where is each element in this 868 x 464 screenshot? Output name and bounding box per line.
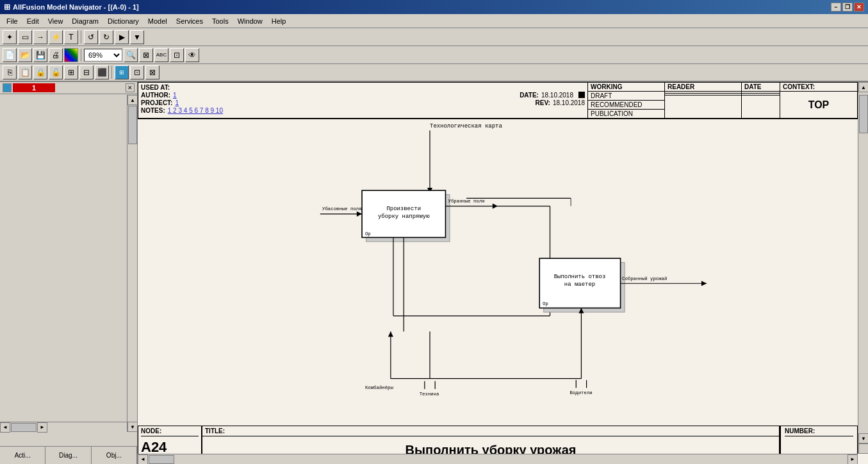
scroll-h-thumb[interactable] [11, 423, 37, 432]
left-horizontal-scrollbar[interactable]: ◄ ► [0, 422, 127, 432]
window-controls[interactable]: − ❒ ✕ [831, 3, 864, 12]
h-scroll-right[interactable]: ► [848, 454, 858, 465]
redo-tool[interactable]: ↻ [99, 30, 113, 44]
tab-objects[interactable]: Obj... [92, 447, 137, 464]
v-scroll-thumb[interactable] [859, 95, 868, 133]
extra-btn1[interactable]: ⊡ [130, 65, 144, 79]
menu-file[interactable]: File [3, 16, 22, 26]
menu-window[interactable]: Window [234, 16, 266, 26]
project-label: PROJECT: [141, 99, 172, 106]
menu-view[interactable]: View [44, 16, 67, 26]
notes-value: 1 2 3 4 5 6 7 8 9 10 [168, 107, 223, 114]
new-button[interactable]: 📄 [3, 48, 17, 62]
date-col-label: DATE [742, 83, 780, 92]
status-working: WORKING [588, 83, 664, 92]
save-button[interactable]: 💾 [33, 48, 47, 62]
print-button[interactable]: 🖨 [49, 48, 63, 62]
zoom-fit-button[interactable]: ⊠ [139, 48, 153, 62]
rectangle-tool[interactable]: ▭ [18, 30, 32, 44]
left-vertical-scrollbar[interactable]: ▲ ▼ [127, 95, 137, 432]
svg-text:Op: Op [543, 301, 548, 306]
menu-dictionary[interactable]: Dictionary [104, 16, 143, 26]
squiggle-tool[interactable]: ⚡ [49, 30, 63, 44]
fill-arrow-tool[interactable]: ▶ [115, 30, 129, 44]
lock-button[interactable]: 🔒 [33, 65, 47, 79]
svg-text:уборку напрямую: уборку напрямую [378, 213, 430, 220]
tab-diagrams-label: Diag... [59, 452, 78, 459]
tab-diagrams[interactable]: Diag... [45, 447, 91, 464]
group-button[interactable]: ⬛ [95, 65, 109, 79]
scroll-left-button[interactable]: ◄ [0, 422, 10, 433]
zoom-select[interactable]: 69% 50% 75% 100% [84, 49, 122, 62]
date-label: DATE: [520, 92, 539, 99]
menu-services[interactable]: Services [172, 16, 207, 26]
left-panel-header: 1 ✕ [0, 82, 137, 94]
restore-button[interactable]: ❒ [842, 3, 853, 12]
menu-tools[interactable]: Tools [208, 16, 233, 26]
used-at-label: USED AT: [141, 84, 170, 91]
extra-toolbar: ⎘ 📋 🔒 🔓 ⊞ ⊟ ⬛ ⊞ ⊡ ⊠ [0, 64, 868, 82]
zoom-in-button[interactable]: 🔍 [124, 48, 138, 62]
svg-marker-10 [493, 204, 498, 209]
menu-model[interactable]: Model [144, 16, 171, 26]
separator-3 [111, 66, 112, 79]
svg-marker-25 [701, 281, 707, 286]
down-arrow-tool[interactable]: ▼ [130, 30, 144, 44]
v-scroll-down[interactable]: ▼ [858, 433, 868, 443]
separator-1 [81, 31, 81, 44]
menu-diagram[interactable]: Diagram [68, 16, 102, 26]
scroll-up-button[interactable]: ▲ [127, 95, 138, 105]
arrow-tool[interactable]: → [33, 30, 47, 44]
panel-close-button[interactable]: ✕ [126, 83, 135, 92]
app-icon: ⊞ [4, 3, 10, 12]
extra-btn2[interactable]: ⊠ [145, 65, 160, 79]
h-scroll-thumb[interactable] [149, 455, 174, 464]
svg-text:Произвести: Произвести [386, 206, 421, 212]
menu-bar: File Edit View Diagram Dictionary Model … [0, 14, 868, 28]
distribute-button[interactable]: ⊟ [79, 65, 94, 79]
vertical-scrollbar[interactable]: ▲ ▼ [858, 82, 868, 454]
menu-edit[interactable]: Edit [23, 16, 43, 26]
undo-tool[interactable]: ↺ [84, 30, 98, 44]
output1-label: Убранные поля [448, 199, 485, 204]
project-value: 1 [175, 99, 179, 106]
copy-button[interactable]: ⎘ [3, 65, 17, 79]
output2-label: Собранный урожай [622, 276, 667, 281]
scroll-right-button[interactable]: ► [37, 422, 47, 433]
horizontal-scrollbar[interactable]: ◄ ► [138, 454, 858, 464]
minimize-button[interactable]: − [831, 3, 841, 12]
diagram-title-text: Технологическая карта [430, 123, 502, 129]
color-button[interactable] [64, 48, 78, 62]
align-button[interactable]: ⊞ [64, 65, 78, 79]
unlock-button[interactable]: 🔓 [49, 65, 63, 79]
tab-activities[interactable]: Acti... [0, 447, 45, 464]
view-button[interactable]: ⊡ [170, 48, 184, 62]
notes-label: NOTES: [141, 107, 165, 114]
node-label: NODE: [141, 427, 199, 436]
rev-label: REV: [536, 99, 550, 106]
eye-button[interactable]: 👁 [185, 48, 199, 62]
svg-marker-8 [357, 211, 362, 217]
status-draft: DRAFT [588, 92, 664, 101]
menu-help[interactable]: Help [268, 16, 290, 26]
paste-button[interactable]: 📋 [18, 65, 32, 79]
open-button[interactable]: 📂 [18, 48, 32, 62]
v-scroll-up[interactable]: ▲ [858, 82, 868, 92]
date-value: 18.10.2018 [541, 92, 573, 99]
h-scroll-left[interactable]: ◄ [138, 454, 148, 465]
zoom-abc-button[interactable]: ABC [154, 48, 168, 62]
reader-row3 [665, 95, 741, 97]
text-tool[interactable]: T [64, 30, 78, 44]
bottom-tab-bar: Acti... Diag... Obj... [0, 446, 137, 464]
input-label: Убасовные поля [322, 206, 362, 211]
select-tool[interactable]: ✦ [3, 30, 17, 44]
reader-label: READER [665, 83, 741, 92]
separator-2 [81, 49, 81, 62]
close-button[interactable]: ✕ [854, 3, 864, 12]
svg-text:Выполнить отвоз: Выполнить отвоз [554, 274, 606, 280]
model-check-btn[interactable]: ⊞ [115, 65, 129, 79]
panel-item-label: 1 [13, 83, 55, 92]
title-left: ⊞ AllFusion Model Navigator - [(A-0) - 1… [4, 3, 139, 12]
scroll-down-button[interactable]: ▼ [127, 422, 138, 432]
scroll-thumb[interactable] [128, 106, 137, 144]
